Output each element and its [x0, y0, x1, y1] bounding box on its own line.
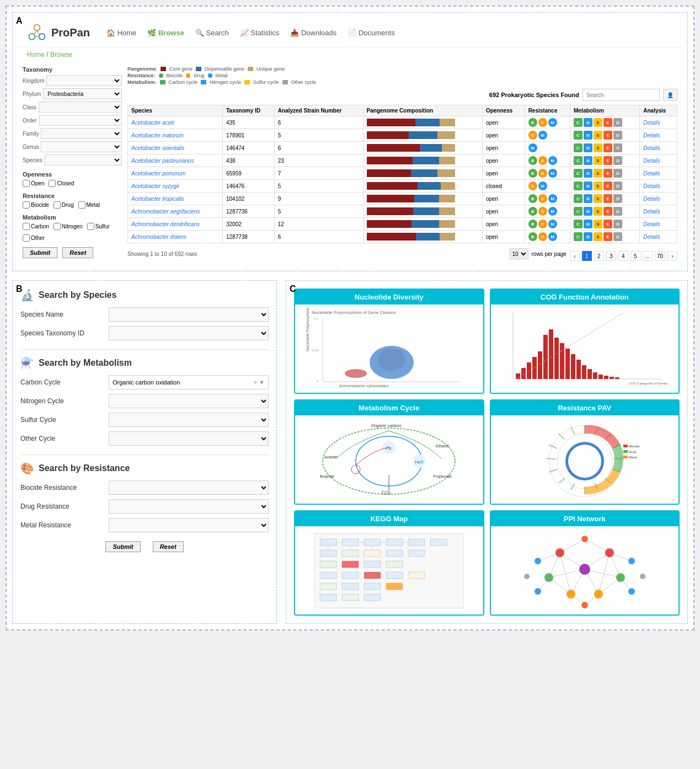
kingdom-select[interactable] — [46, 75, 122, 86]
metal-checkbox[interactable] — [78, 201, 86, 209]
genus-select[interactable] — [41, 141, 122, 152]
nitrogen-checkbox[interactable] — [54, 223, 61, 230]
taxonomy-id-cell: 435 — [222, 116, 274, 129]
nav-search[interactable]: 🔍 Search — [195, 29, 229, 37]
nav-statistics[interactable]: 📈 Statistics — [240, 29, 280, 37]
pangenome-bar-cell — [363, 142, 482, 154]
species-link[interactable]: Acetobacter syzygii — [131, 183, 179, 189]
details-link[interactable]: Details — [643, 221, 660, 227]
nitrogen-cycle-select[interactable] — [109, 394, 269, 408]
svg-point-141 — [616, 573, 625, 582]
biocide-checkbox[interactable] — [23, 201, 30, 209]
search-icon-button[interactable]: 👤 — [663, 89, 677, 101]
submit-button-a[interactable]: Submit — [23, 247, 57, 258]
taxonomy-id-cell: 32002 — [222, 218, 274, 231]
resistance-badge: M — [538, 131, 547, 140]
carbon-filter-label: Carbon — [31, 223, 49, 229]
results-title: 692 Prokaryotic Species Found — [489, 92, 579, 98]
species-link[interactable]: Achromobacter aegrifaciens — [131, 209, 200, 215]
metabolism-cell: CNSEO — [570, 129, 639, 142]
pangenome-bar-cell — [363, 205, 482, 218]
analysis-cell: Details — [640, 167, 677, 180]
other-checkbox[interactable] — [23, 234, 30, 242]
details-link[interactable]: Details — [643, 209, 660, 215]
section-c: C Nucleotide Diversity Nucleotide Polymo… — [286, 280, 688, 624]
phylum-select[interactable]: Proteobacteria — [43, 88, 122, 99]
metabolism-cell: CNSEO — [570, 180, 639, 193]
species-tax-select[interactable] — [109, 326, 269, 340]
svg-point-137 — [579, 564, 590, 575]
reset-button-b[interactable]: Reset — [153, 541, 184, 552]
species-link[interactable]: Acetobacter orientalis — [131, 145, 184, 151]
species-link[interactable]: Acetobacter tropicalis — [131, 196, 184, 202]
rows-per-page-select[interactable]: 102550 — [510, 248, 528, 259]
species-link[interactable]: Acetobacter pasteurianus — [131, 158, 194, 164]
breadcrumb-current[interactable]: Browse — [50, 51, 72, 58]
metabolism-badge: S — [594, 220, 602, 228]
drug-checkbox[interactable] — [54, 201, 61, 209]
table-search-input[interactable] — [583, 89, 660, 101]
open-checkbox[interactable] — [23, 180, 30, 187]
nav-home[interactable]: 🏠 Home — [106, 29, 136, 37]
rows-per-page-label: rows per page — [532, 251, 567, 257]
nav-documents[interactable]: 📄 Documents — [348, 29, 394, 37]
nav-downloads[interactable]: 📥 Downloads — [290, 29, 336, 37]
page-2[interactable]: 2 — [594, 251, 604, 261]
page-3[interactable]: 3 — [606, 251, 616, 261]
resistance-cell: BDM — [525, 231, 570, 243]
details-link[interactable]: Details — [643, 170, 660, 177]
species-link[interactable]: Achromobacter denitrificans — [131, 221, 200, 227]
details-link[interactable]: Details — [643, 120, 660, 126]
carbon-checkbox[interactable] — [23, 223, 30, 230]
class-select[interactable] — [39, 102, 122, 113]
svg-rect-35 — [604, 376, 608, 379]
page-5[interactable]: 5 — [630, 251, 640, 261]
svg-line-69 — [546, 458, 555, 459]
phylum-label: Phylum — [23, 91, 41, 97]
species-link[interactable]: Acetobacter aceti — [131, 120, 174, 126]
sulfur-checkbox[interactable] — [87, 223, 94, 230]
nav-browse[interactable]: 🌿 Browse — [147, 29, 184, 37]
details-link[interactable]: Details — [643, 158, 660, 164]
species-name-select[interactable] — [109, 307, 269, 322]
details-link[interactable]: Details — [643, 183, 660, 189]
search-by-resistance: 🎨 Search by Resistance Biocide Resistanc… — [20, 462, 269, 532]
submit-button-b[interactable]: Submit — [105, 541, 140, 552]
species-link[interactable]: Achromobacter dolens — [131, 234, 186, 240]
page-4[interactable]: 4 — [618, 251, 628, 261]
details-link[interactable]: Details — [643, 234, 660, 240]
next-page[interactable]: › — [667, 251, 677, 261]
other-cycle-select[interactable] — [109, 431, 269, 446]
species-link[interactable]: Acetobacter pomorum — [131, 170, 185, 177]
reset-button-a[interactable]: Reset — [62, 247, 93, 258]
core-legend-icon — [161, 67, 166, 71]
metabolism-badge: N — [584, 156, 592, 165]
nitrogen-cycle-label: Nitrogen Cycle — [20, 397, 103, 405]
species-filter-select[interactable] — [45, 154, 122, 165]
family-select[interactable] — [41, 128, 122, 139]
drug-resistance-select[interactable] — [109, 499, 269, 514]
breadcrumb-home[interactable]: Home — [27, 51, 45, 58]
order-select[interactable] — [39, 115, 122, 126]
prev-page[interactable]: ‹ — [570, 251, 580, 261]
page-last[interactable]: 70 — [655, 251, 665, 261]
metabolism-badge: C — [574, 131, 583, 140]
page-1[interactable]: 1 — [582, 251, 592, 261]
metabolism-cell: CNSEO — [570, 154, 639, 167]
svg-point-142 — [567, 590, 575, 599]
details-link[interactable]: Details — [643, 196, 660, 202]
details-link[interactable]: Details — [643, 132, 660, 138]
svg-rect-82 — [364, 539, 381, 546]
closed-checkbox[interactable] — [49, 180, 56, 187]
metabolism-badge: C — [574, 207, 583, 216]
resistance-legend-label: Resistance: — [127, 73, 156, 78]
svg-rect-33 — [593, 372, 597, 379]
sulfur-cycle-select[interactable] — [109, 413, 269, 427]
carbon-clear-btn[interactable]: × ▼ — [254, 379, 265, 386]
details-link[interactable]: Details — [643, 145, 660, 151]
species-link[interactable]: Acetobacter malorum — [131, 132, 184, 138]
biocide-resistance-select[interactable] — [109, 480, 269, 495]
metabolism-badge: S — [594, 131, 602, 140]
metal-resistance-select[interactable] — [109, 518, 269, 532]
table-row: Achromobacter denitrificans3200212openBD… — [128, 218, 677, 231]
